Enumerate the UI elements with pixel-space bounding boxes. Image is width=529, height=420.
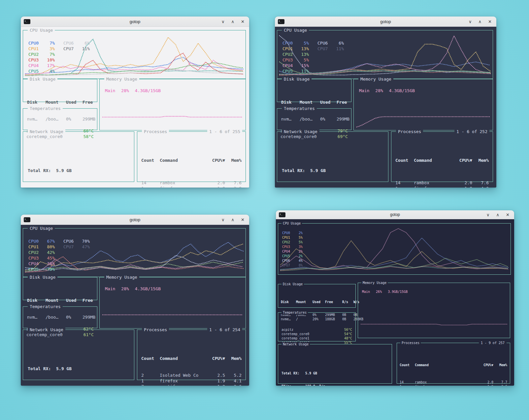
close-button[interactable]: ✕ (241, 19, 245, 24)
cell: 5.2 (225, 372, 242, 378)
memory-panel-title: Memory Usage (104, 274, 139, 280)
minimize-button[interactable]: ∨ (221, 19, 225, 24)
cpu-legend-item: CPU13% (28, 46, 55, 52)
header-cell: CPU%▼ (206, 356, 225, 361)
memory-usage-panel: Memory Usage Main28%4.3GB/15GB (353, 79, 493, 130)
network-inner: Total RX:5.9 GB RX/s:188.0 B/s Total TX:… (278, 357, 392, 386)
terminal-icon: ❯_ (279, 212, 285, 217)
process-row[interactable]: 1firefox1.93.8 (137, 186, 246, 188)
terminal-body: CPU Usage CPU067%CPU180%CPU242%CPU345%CP… (21, 225, 249, 386)
header-cell: Count (395, 158, 414, 163)
memory-usage-panel: Memory Usage Main26%3.9GB/15GB (358, 283, 510, 338)
process-row[interactable]: 7spotify1.23.6 (137, 384, 246, 386)
process-table-header: CountCommandCPU%▼Mem% (137, 158, 246, 163)
header-cell: Mem% (225, 356, 242, 361)
cell: 4.0 (472, 186, 489, 188)
maximize-button[interactable]: ∧ (496, 213, 500, 217)
header-cell: Free (325, 300, 342, 304)
cell: 1 (400, 384, 415, 386)
titlebar[interactable]: ❯_ gotop ∨ ∧ ✕ (276, 210, 514, 219)
cpu-legend-item: CPU25% (282, 240, 303, 245)
header-cell: Used (320, 99, 337, 105)
process-row[interactable]: 1firefox1.93.6 (397, 384, 510, 386)
memory-readout: Main28%4.3GB/15GB (105, 88, 167, 93)
cell: 7.7 (493, 380, 507, 384)
header-cell: R/s (342, 300, 353, 304)
cell: 2.0 (476, 380, 493, 384)
process-row[interactable]: 14rambox2.07.6 (137, 180, 246, 186)
cell: 3.8 (225, 186, 242, 188)
cell: Isolated Web Co (160, 372, 206, 378)
processes-range: 1 - 6 of 252 (454, 129, 489, 134)
network-panel-title: Network Usage (281, 342, 310, 346)
process-row[interactable]: 14rambox2.07.6 (391, 180, 493, 186)
terminal-body: CPU Usage CPU05%CPU113%CPU213%CPU35%CPU4… (275, 27, 496, 188)
memory-readout: Main26%3.9GB/15GB (362, 290, 413, 294)
titlebar[interactable]: ❯_ gotop ∨ ∧ ✕ (21, 215, 249, 225)
memory-detail: 4.3GB/15GB (135, 286, 161, 291)
memory-sparkline (360, 290, 508, 336)
cpu-panel-title: CPU Usage (281, 221, 302, 226)
cell: 2 (141, 372, 160, 378)
temperatures-panel: Temperatures acpitz62°Ccoretemp_core061°… (23, 306, 97, 328)
cell: 1.9 (206, 378, 225, 384)
cpu-legend-item: CPU438% (28, 261, 55, 266)
cpu-legend-item: CPU579% (28, 266, 55, 272)
header-cell: Mount (46, 99, 66, 105)
cpu-legend-item: CPU33% (282, 245, 303, 249)
network-inner: Total RX:5.9 GB Total TX:204.3 MB (277, 149, 388, 188)
memory-panel-title: Memory Usage (361, 281, 388, 285)
temperatures-panel: Temperatures acpitz60°Ccoretemp_core058°… (23, 108, 97, 130)
cpu-legend-item: CPU02% (282, 231, 303, 235)
cpu-legend-item: CPU711% (63, 46, 90, 52)
cell: 7.6 (225, 180, 242, 186)
header-cell: CPU%▼ (206, 158, 225, 163)
cell: firefox (160, 186, 206, 188)
cpu-legend-item: CPU78% (282, 263, 303, 268)
memory-label: Main (359, 88, 369, 93)
titlebar[interactable]: ❯_ gotop ∨ ∧ ✕ (275, 17, 496, 27)
header-cell: Used (313, 300, 325, 304)
cell: 1.2 (206, 384, 225, 386)
process-row[interactable]: 2Isolated Web Co2.55.2 (137, 372, 246, 378)
temperature-row: coretemp_core054°C (278, 332, 355, 336)
disk-panel-title: Disk Usage (281, 282, 304, 286)
header-cell: Count (141, 158, 160, 163)
minimize-button[interactable]: ∨ (469, 19, 472, 24)
close-button[interactable]: ✕ (241, 218, 245, 222)
cpu-legend-item: CPU42% (282, 249, 303, 254)
cpu-legend-item: CPU415% (282, 63, 309, 68)
minimize-button[interactable]: ∨ (486, 213, 490, 217)
process-row[interactable]: 14rambox2.07.7 (397, 380, 510, 384)
process-row[interactable]: 1firefox1.94.0 (391, 186, 493, 188)
table-spacer (137, 174, 246, 180)
process-table: 14rambox2.07.61firefox1.94.07spotify1.23… (391, 174, 493, 188)
memory-percent: 28% (375, 88, 383, 93)
window-title: gotop (21, 19, 249, 24)
memory-panel-title: Memory Usage (358, 76, 393, 82)
disk-usage-panel: Disk Usage DiskMountUsedFree nvm…/boo…0%… (23, 277, 97, 300)
maximize-button[interactable]: ∧ (231, 19, 235, 24)
close-button[interactable]: ✕ (488, 19, 492, 24)
processes-panel-title: Processes (142, 129, 169, 134)
network-inner: Total RX:5.9 GB Total TX:204.9 MB (23, 149, 134, 188)
maximize-button[interactable]: ∧ (479, 19, 482, 24)
close-button[interactable]: ✕ (506, 213, 510, 217)
terminal-icon: ❯_ (24, 19, 30, 24)
network-usage-panel: Network Usage Total RX:5.9 GB RX/s:188.0… (278, 344, 392, 384)
minimize-button[interactable]: ∨ (221, 218, 225, 222)
cell: 1 (395, 186, 414, 188)
titlebar[interactable]: ❯_ gotop ∨ ∧ ✕ (21, 17, 249, 27)
memory-percent: 28% (121, 286, 129, 291)
processes-range: 1 - 9 of 257 (479, 341, 507, 345)
process-row[interactable]: 1firefox1.94.1 (137, 378, 246, 384)
cpu-usage-panel: CPU Usage CPU05%CPU113%CPU213%CPU35%CPU4… (277, 30, 493, 79)
header-cell: Command (414, 158, 453, 163)
disk-table-header: DiskMountUsedFree (23, 99, 97, 105)
header-cell: Disk (281, 99, 300, 105)
rx-total: Total RX:5.9 GB (28, 366, 129, 371)
cell: spotify (160, 384, 206, 386)
cell: 4.1 (225, 378, 242, 384)
window-title: gotop (21, 217, 249, 222)
maximize-button[interactable]: ∧ (231, 218, 235, 222)
